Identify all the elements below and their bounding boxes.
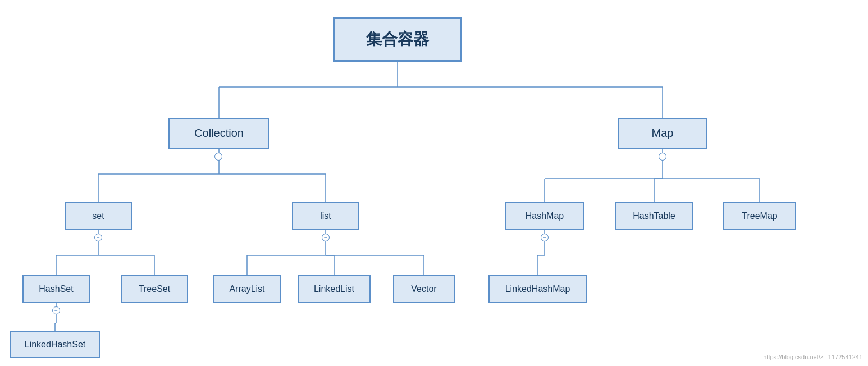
hashset-collapse[interactable]: − bbox=[52, 306, 60, 314]
map-node: Map bbox=[618, 118, 707, 149]
vector-node: Vector bbox=[393, 275, 455, 303]
linkedlist-label: LinkedList bbox=[314, 284, 354, 294]
collection-label: Collection bbox=[194, 127, 244, 140]
arraylist-label: ArrayList bbox=[229, 284, 264, 294]
linkedhashmap-label: LinkedHashMap bbox=[505, 284, 570, 294]
list-collapse[interactable]: − bbox=[322, 234, 330, 241]
hashset-node: HashSet bbox=[22, 275, 90, 303]
vector-label: Vector bbox=[411, 284, 436, 294]
hashtable-node: HashTable bbox=[615, 202, 693, 230]
hashmap-collapse[interactable]: − bbox=[541, 234, 549, 241]
root-node: 集合容器 bbox=[333, 17, 462, 62]
set-collapse[interactable]: − bbox=[94, 234, 102, 241]
linkedhashset-node: LinkedHashSet bbox=[10, 331, 100, 358]
hashset-label: HashSet bbox=[39, 284, 73, 294]
hashtable-label: HashTable bbox=[633, 211, 675, 221]
list-label: list bbox=[320, 211, 331, 221]
collection-node: Collection bbox=[168, 118, 269, 149]
treeset-label: TreeSet bbox=[139, 284, 170, 294]
map-label: Map bbox=[652, 127, 674, 140]
linkedlist-node: LinkedList bbox=[298, 275, 371, 303]
treemap-label: TreeMap bbox=[742, 211, 777, 221]
watermark: https://blog.csdn.net/zl_1172541241 bbox=[763, 354, 862, 360]
hashmap-label: HashMap bbox=[526, 211, 564, 221]
treeset-node: TreeSet bbox=[121, 275, 188, 303]
arraylist-node: ArrayList bbox=[213, 275, 281, 303]
set-label: set bbox=[92, 211, 104, 221]
collection-collapse[interactable]: − bbox=[214, 153, 222, 161]
linkedhashmap-node: LinkedHashMap bbox=[488, 275, 587, 303]
root-label: 集合容器 bbox=[366, 29, 429, 50]
hashmap-node: HashMap bbox=[505, 202, 584, 230]
list-node: list bbox=[292, 202, 359, 230]
set-node: set bbox=[65, 202, 132, 230]
linkedhashset-label: LinkedHashSet bbox=[25, 340, 86, 350]
treemap-node: TreeMap bbox=[723, 202, 796, 230]
diagram-container: 集合容器 Collection − Map − set − list − Has… bbox=[0, 0, 868, 366]
map-collapse[interactable]: − bbox=[659, 153, 666, 161]
